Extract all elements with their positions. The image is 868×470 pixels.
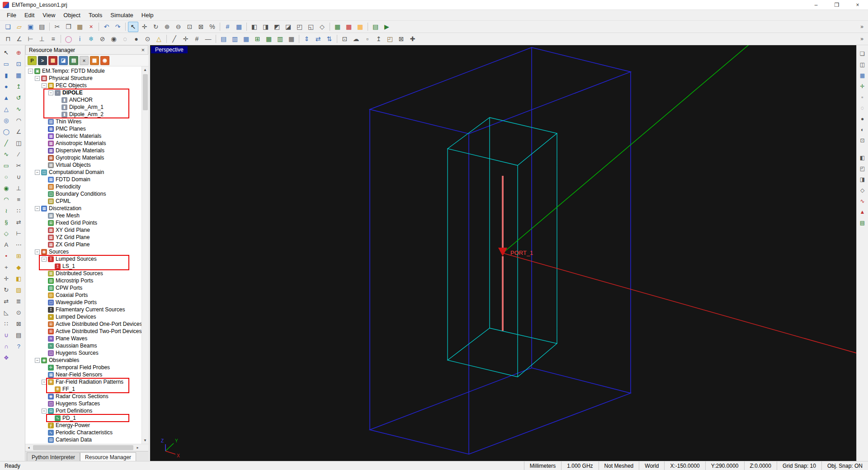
table-view-2-button[interactable]: ▥ bbox=[230, 34, 240, 44]
draw-text-button[interactable]: A bbox=[1, 239, 12, 250]
split-window-button[interactable]: ◫ bbox=[858, 60, 868, 70]
draw-box-button[interactable]: ▭ bbox=[1, 58, 12, 69]
menu-simulate[interactable]: Simulate bbox=[106, 10, 137, 20]
mesh-module-icon[interactable]: ▦ bbox=[90, 56, 99, 65]
open-project-button[interactable]: ▱ bbox=[14, 22, 24, 32]
grid-view-2-button[interactable]: ▥ bbox=[275, 34, 285, 44]
tree-item-huygens-sources[interactable]: ◫Huygens Sources bbox=[25, 349, 143, 357]
undo-button[interactable]: ↶ bbox=[101, 22, 112, 32]
tree-item-dipole-arm-2[interactable]: ▮Dipole_Arm_2 bbox=[25, 111, 143, 118]
freeze-object-button[interactable]: ❄ bbox=[86, 34, 96, 44]
save-project-button[interactable]: ▣ bbox=[25, 22, 36, 32]
plot-3d-button[interactable]: ▲ bbox=[858, 207, 868, 217]
grid-settings-button[interactable]: ▦ bbox=[234, 22, 244, 32]
front-view-button[interactable]: ◧ bbox=[858, 153, 868, 163]
new-window-button[interactable]: ❏ bbox=[858, 49, 868, 59]
tree-item-plane-waves[interactable]: ≋Plane Waves bbox=[25, 335, 143, 342]
minimize-button[interactable]: – bbox=[806, 0, 826, 9]
extrude-tool-button[interactable]: ↥ bbox=[13, 81, 24, 92]
color-tool-button[interactable]: ◧ bbox=[13, 273, 24, 284]
menu-edit[interactable]: Edit bbox=[20, 10, 38, 20]
delete-button[interactable]: × bbox=[86, 22, 96, 32]
offset-tool-button[interactable]: ≡ bbox=[13, 194, 24, 205]
vertical-scrollbar-thumb[interactable] bbox=[143, 74, 148, 110]
side-view-button[interactable]: ◨ bbox=[858, 174, 868, 184]
cross-marker-button[interactable]: ✛ bbox=[180, 34, 191, 44]
tree-item-periodicity[interactable]: ▥Periodicity bbox=[25, 183, 143, 190]
draw-polyline-button[interactable]: ∿ bbox=[1, 149, 12, 160]
emtempo-module-icon[interactable]: ▦ bbox=[48, 56, 57, 65]
pattern-tool-button[interactable]: ∷ bbox=[13, 205, 24, 216]
shaded-display-button[interactable]: ● bbox=[131, 34, 142, 44]
draw-rectangle-button[interactable]: ▭ bbox=[1, 160, 12, 171]
hatch-pattern-button[interactable]: # bbox=[192, 34, 202, 44]
menu-view[interactable]: View bbox=[38, 10, 59, 20]
show-axes-button[interactable]: ✛ bbox=[858, 81, 868, 91]
simulation-data-button[interactable]: ▤ bbox=[370, 22, 381, 32]
tree-item-zx-grid-plane[interactable]: ▦ZX Grid Plane bbox=[25, 241, 143, 248]
align-left-button[interactable]: ⊢ bbox=[25, 34, 36, 44]
zoom-in-button[interactable]: ⊕ bbox=[162, 22, 172, 32]
revolve-tool-button[interactable]: ↺ bbox=[13, 92, 24, 103]
lock-toggle-button[interactable]: ⊠ bbox=[396, 34, 406, 44]
python-module-icon[interactable]: P bbox=[28, 56, 37, 65]
view-left-button[interactable]: ◩ bbox=[272, 22, 282, 32]
tree-item-em-tempo-fdtd-module[interactable]: −▣EM.Tempo: FDTD Module bbox=[25, 67, 143, 75]
tree-item-xy-grid-plane[interactable]: ▦XY Grid Plane bbox=[25, 226, 143, 234]
close-button[interactable]: × bbox=[847, 0, 868, 9]
help-tool-button[interactable]: ? bbox=[13, 341, 24, 352]
panel-close-icon[interactable]: × bbox=[141, 47, 145, 53]
tree-item-filamentary-current-sources[interactable]: ↥Filamentary Current Sources bbox=[25, 306, 143, 313]
tree-item-yz-grid-plane[interactable]: ▦YZ Grid Plane bbox=[25, 234, 143, 241]
view-top-button[interactable]: ◰ bbox=[294, 22, 305, 32]
sweep-tool-button[interactable]: ∿ bbox=[13, 103, 24, 114]
tree-item-yee-mesh[interactable]: ▦Yee Mesh bbox=[25, 212, 143, 219]
menu-object[interactable]: Object bbox=[59, 10, 85, 20]
tree-item-cartesian-data[interactable]: ▤Cartesian Data bbox=[25, 436, 143, 443]
tree-item-boundary-conditions[interactable]: ◫Boundary Conditions bbox=[25, 190, 143, 197]
tree-item-cpml[interactable]: ▤CPML bbox=[25, 197, 143, 205]
tree-item-discretization[interactable]: −▦Discretization bbox=[25, 205, 143, 212]
hide-object-button[interactable]: ⊘ bbox=[97, 34, 108, 44]
tree-item-microstrip-ports[interactable]: ▥Microstrip Ports bbox=[25, 277, 143, 284]
measure-distance-button[interactable]: ⊓ bbox=[3, 34, 13, 44]
draw-line-button[interactable]: ╱ bbox=[1, 137, 12, 148]
draw-cylinder-button[interactable]: ▮ bbox=[1, 70, 12, 80]
split-tool-button[interactable]: ∕ bbox=[13, 149, 24, 160]
align-bottom-button[interactable]: ⊥ bbox=[37, 34, 47, 44]
align-center-button[interactable]: ≡ bbox=[48, 34, 58, 44]
view-isometric-button[interactable]: ◇ bbox=[317, 22, 327, 32]
grid-view-1-button[interactable]: ▦ bbox=[264, 34, 274, 44]
draw-helix-button[interactable]: § bbox=[1, 216, 12, 227]
tree-horizontal-scrollbar[interactable]: ◂ ▸ bbox=[25, 444, 148, 451]
terminal-module-icon[interactable]: > bbox=[38, 56, 47, 65]
tree-item-waveguide-ports[interactable]: ◫Waveguide Ports bbox=[25, 299, 143, 306]
radiation-module-icon[interactable]: ◉ bbox=[100, 56, 109, 65]
tree-item-cpw-ports[interactable]: ▥CPW Ports bbox=[25, 284, 143, 291]
mesh-generate-button[interactable]: ▦ bbox=[355, 22, 365, 32]
tree-item-fdtd-domain[interactable]: ▦FDTD Domain bbox=[25, 176, 143, 183]
tree-expander-icon[interactable]: − bbox=[48, 90, 53, 95]
swap-horizontal-button[interactable]: ⇄ bbox=[313, 34, 323, 44]
sort-vertical-button[interactable]: ⇕ bbox=[302, 34, 312, 44]
tree-item-dispersive-materials[interactable]: ▦Dispersive Materials bbox=[25, 147, 143, 154]
table-view-1-button[interactable]: ▤ bbox=[218, 34, 229, 44]
tree-item-physical-structure[interactable]: −▦Physical Structure bbox=[25, 75, 143, 82]
draw-polygon-button[interactable]: ◇ bbox=[1, 228, 12, 239]
layer-tool-button[interactable]: ≣ bbox=[13, 296, 24, 306]
tree-item-active-distributed-one-port-devices[interactable]: ⊞Active Distributed One-Port Devices bbox=[25, 320, 143, 328]
tree-item-thin-wires[interactable]: ▥Thin Wires bbox=[25, 118, 143, 125]
rotate-tool-button[interactable]: ↻ bbox=[1, 284, 12, 295]
top-view-button[interactable]: ◰ bbox=[858, 164, 868, 174]
viewport-3d[interactable]: Perspective PORT_1 Y X Z bbox=[150, 45, 856, 461]
measure-tool-button[interactable]: + bbox=[1, 262, 12, 273]
archive-button[interactable]: ◰ bbox=[385, 34, 395, 44]
tree-item-pec-objects[interactable]: −▦PEC Objects bbox=[25, 82, 143, 89]
reorder-button[interactable]: ⇅ bbox=[324, 34, 335, 44]
tree-item-sources[interactable]: −◉Sources bbox=[25, 248, 143, 255]
measure-angle-button[interactable]: ∠ bbox=[14, 34, 24, 44]
tree-expander-icon[interactable]: − bbox=[42, 83, 47, 88]
scroll-up-icon[interactable]: ▲ bbox=[142, 66, 149, 73]
tree-item-periodic-characteristics[interactable]: ∿Periodic Characteristics bbox=[25, 429, 143, 436]
scale-tool-button[interactable]: ◺ bbox=[1, 307, 12, 318]
